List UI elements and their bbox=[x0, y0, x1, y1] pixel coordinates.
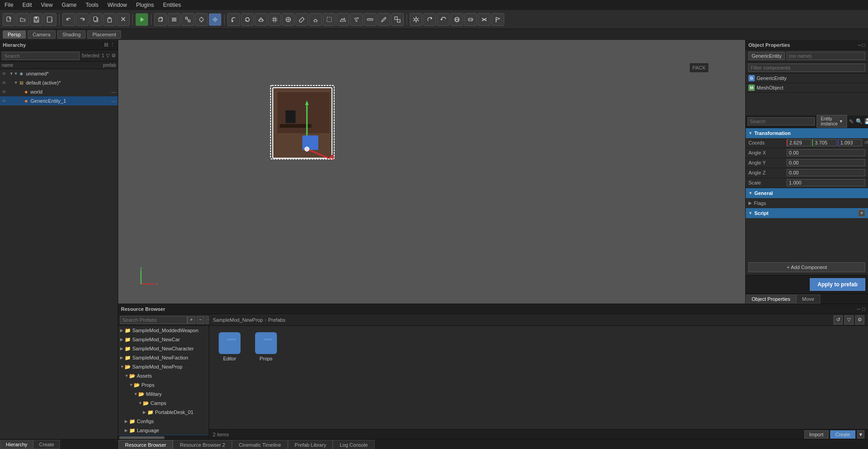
menu-entities[interactable]: Entities bbox=[161, 1, 183, 9]
gamepad-button[interactable] bbox=[464, 13, 477, 26]
edit-icon[interactable]: ✎ bbox=[849, 118, 854, 125]
flags-row[interactable]: ▶ Flags bbox=[746, 198, 868, 208]
network-button[interactable] bbox=[451, 13, 463, 26]
terrain-button[interactable] bbox=[336, 13, 349, 26]
add-component-button[interactable]: + Add Component bbox=[748, 262, 865, 272]
tree-scrollbar-thumb[interactable] bbox=[119, 436, 165, 439]
eye-icon-generic[interactable]: 👁 bbox=[2, 99, 7, 104]
resource-add-icon[interactable]: + bbox=[187, 316, 196, 324]
minimize-icon[interactable]: ─ bbox=[858, 42, 862, 48]
import-button[interactable]: Import bbox=[804, 430, 828, 439]
menu-plugins[interactable]: Plugins bbox=[134, 1, 156, 9]
tree-item-props[interactable]: ▼ 📂 Props bbox=[118, 380, 209, 389]
tree-item-camps[interactable]: ▼ 📂 Camps bbox=[118, 399, 209, 408]
tab-shading[interactable]: Shading bbox=[57, 30, 85, 39]
eye-icon-unnamed[interactable]: 👁 bbox=[2, 71, 7, 76]
transform-button[interactable] bbox=[181, 13, 194, 26]
tree-item-newprop[interactable]: ▼ 📂 SampleMod_NewProp bbox=[118, 362, 209, 371]
bottom-maximize-icon[interactable]: □ bbox=[862, 306, 865, 312]
coord-z-input[interactable] bbox=[838, 139, 862, 146]
redo-button[interactable] bbox=[76, 13, 89, 26]
undo-button[interactable] bbox=[62, 13, 75, 26]
copy-button[interactable] bbox=[90, 13, 102, 26]
refresh2-button[interactable] bbox=[437, 13, 450, 26]
move-tab[interactable]: Move bbox=[796, 294, 820, 304]
hierarchy-collapse-icon[interactable]: ⊟ bbox=[104, 42, 108, 48]
tree-item-configs[interactable]: ▶ 📁 Configs bbox=[118, 417, 209, 426]
hierarchy-item-genericentity[interactable]: 👁 ◆ GenericEntity_1 --- bbox=[0, 96, 118, 105]
open-file-button[interactable] bbox=[16, 13, 29, 26]
snap-button[interactable] bbox=[195, 13, 208, 26]
tab-camera[interactable]: Camera bbox=[28, 30, 55, 39]
new-file-button[interactable] bbox=[3, 13, 15, 26]
hierarchy-item-world[interactable]: 👁 ◆ world --- bbox=[0, 87, 118, 96]
cinematic-timeline-tab[interactable]: Cinematic Timeline bbox=[232, 440, 288, 449]
refresh-button[interactable] bbox=[227, 13, 240, 26]
angle-z-input[interactable] bbox=[787, 169, 865, 176]
save-icon[interactable]: 💾 bbox=[864, 118, 868, 125]
resource-search-input[interactable] bbox=[120, 316, 187, 324]
layers-button[interactable] bbox=[168, 13, 181, 26]
hierarchy-tab[interactable]: Hierarchy bbox=[0, 440, 33, 449]
loop-button[interactable] bbox=[241, 13, 254, 26]
tree-item-assets[interactable]: ▼ 📂 Assets bbox=[118, 371, 209, 380]
tree-item-newcharacter[interactable]: ▶ 📁 SampleMod_NewCharacter bbox=[118, 344, 209, 353]
tree-item-newcar[interactable]: ▶ 📁 SampleMod_NewCar bbox=[118, 335, 209, 344]
menu-edit[interactable]: Edit bbox=[20, 1, 34, 9]
shuffle-button[interactable] bbox=[478, 13, 491, 26]
menu-game[interactable]: Game bbox=[60, 1, 79, 9]
component-genericentity[interactable]: G GenericEntity bbox=[746, 74, 868, 83]
apply-prefab-button[interactable]: Apply to prefab bbox=[810, 278, 865, 291]
tree-scrollbar[interactable] bbox=[118, 435, 209, 439]
resource-minus-icon[interactable]: − bbox=[196, 316, 205, 324]
prefab-library-tab[interactable]: Prefab Library bbox=[288, 440, 333, 449]
hierarchy-item-unnamed[interactable]: 👁 ▼ ▼ ◉ unnamed* bbox=[0, 69, 118, 78]
props-search-input[interactable] bbox=[748, 117, 815, 125]
tree-item-newfaction[interactable]: ▶ 📁 SampleMod_NewFaction bbox=[118, 353, 209, 362]
angle-x-input[interactable] bbox=[787, 149, 865, 156]
save-as-button[interactable]: + bbox=[44, 13, 56, 26]
scale-input[interactable] bbox=[787, 179, 865, 186]
grid-button[interactable] bbox=[268, 13, 281, 26]
eye-icon-default[interactable]: 👁 bbox=[2, 80, 7, 85]
settings-button[interactable] bbox=[410, 13, 422, 26]
pen-button[interactable] bbox=[377, 13, 390, 26]
pivot-button[interactable] bbox=[209, 13, 221, 26]
cut-button[interactable] bbox=[117, 13, 130, 26]
tree-item-language[interactable]: ▶ 📁 Language bbox=[118, 426, 209, 435]
coord-x-input[interactable] bbox=[787, 139, 811, 146]
gizmo-button[interactable] bbox=[282, 13, 295, 26]
rotate2-button[interactable] bbox=[423, 13, 436, 26]
expand-unnamed2[interactable]: ▼ bbox=[14, 71, 18, 76]
resource-browser-tab[interactable]: Resource Browser bbox=[118, 440, 173, 449]
save-file-button[interactable] bbox=[30, 13, 43, 26]
hierarchy-menu-icon[interactable]: ⋮ bbox=[110, 42, 115, 48]
flag-button[interactable] bbox=[492, 13, 504, 26]
menu-view[interactable]: View bbox=[39, 1, 55, 9]
brush-button[interactable] bbox=[296, 13, 308, 26]
resource-browser-2-tab[interactable]: Resource Browser 2 bbox=[173, 440, 232, 449]
script-section-header[interactable]: ▼ Script + bbox=[746, 208, 868, 218]
menu-window[interactable]: Window bbox=[106, 1, 129, 9]
hierarchy-item-default[interactable]: 👁 ▼ ▤ default (active)* bbox=[0, 78, 118, 87]
viewport-canvas[interactable]: x y PACK bbox=[118, 40, 745, 304]
add-script-button[interactable]: + bbox=[858, 210, 865, 217]
particle-button[interactable] bbox=[350, 13, 363, 26]
object-properties-tab[interactable]: Object Properties bbox=[746, 294, 796, 304]
coord-y-input[interactable] bbox=[812, 139, 837, 146]
expand-default[interactable]: ▼ bbox=[14, 80, 18, 85]
search-icon[interactable]: 🔍 bbox=[856, 118, 863, 125]
general-section-header[interactable]: ▼ General bbox=[746, 188, 868, 198]
settings-path-button[interactable]: ⚙ bbox=[855, 315, 864, 324]
eye-icon-world[interactable]: 👁 bbox=[2, 90, 7, 95]
bottom-collapse-icon[interactable]: ─ bbox=[857, 306, 861, 312]
tree-item-portabledesk[interactable]: ▶ 📁 PortableDesk_01 bbox=[118, 408, 209, 417]
file-item-props[interactable]: Props bbox=[250, 330, 282, 363]
menu-tools[interactable]: Tools bbox=[84, 1, 100, 9]
create-button[interactable]: Create bbox=[830, 430, 855, 439]
transformation-section-header[interactable]: ▼ Transformation bbox=[746, 128, 868, 138]
entity-instance-btn[interactable]: Entity instance ▼ bbox=[817, 115, 847, 128]
hierarchy-settings-icon[interactable]: ⚙ bbox=[111, 53, 116, 59]
ruler-button[interactable] bbox=[364, 13, 376, 26]
rect-select-button[interactable] bbox=[323, 13, 336, 26]
